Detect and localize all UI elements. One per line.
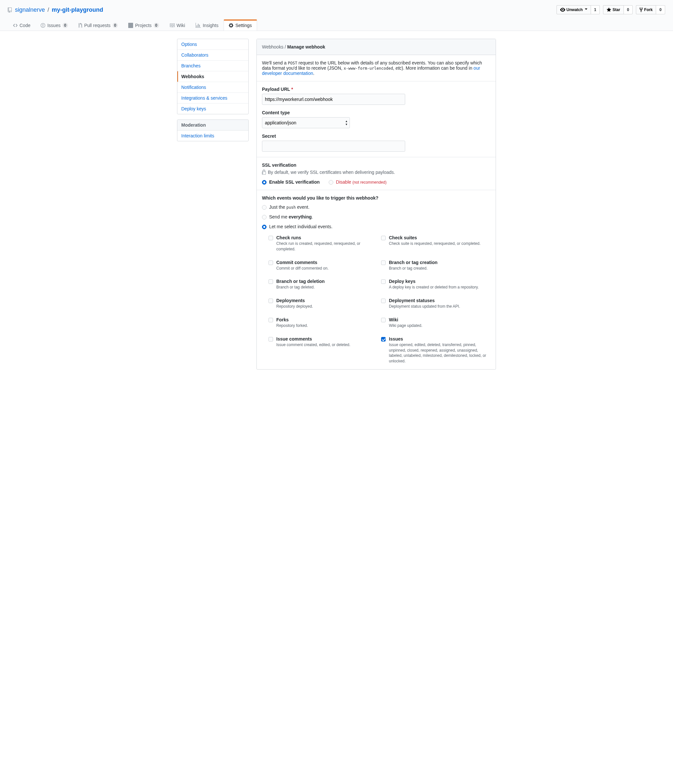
ssl-enable-option[interactable]: Enable SSL verification: [262, 179, 320, 185]
event-desc: Check suite is requested, rerequested, o…: [389, 241, 480, 246]
event-item[interactable]: Deployment statusesDeployment status upd…: [381, 298, 490, 309]
event-checkbox[interactable]: [269, 299, 273, 303]
payload-url-input[interactable]: [262, 94, 405, 105]
event-checkbox[interactable]: [381, 299, 385, 303]
event-title: Deployment statuses: [389, 298, 460, 303]
sidebar-item-notifications[interactable]: Notifications: [177, 82, 248, 93]
event-item[interactable]: Check runsCheck run is created, requeste…: [269, 235, 378, 252]
content-type-select[interactable]: application/json: [262, 117, 350, 128]
fork-label: Fork: [644, 6, 653, 13]
pulls-count: 0: [113, 23, 118, 28]
sidebar-item-deploy-keys[interactable]: Deploy keys: [177, 104, 248, 114]
ssl-note-text: By default, we verify SSL certificates w…: [268, 170, 395, 175]
moderation-menu: Moderation Interaction limits: [177, 120, 249, 141]
event-checkbox[interactable]: [381, 318, 385, 322]
events-push-radio[interactable]: [262, 205, 267, 210]
events-everything-label: Send me everything.: [269, 214, 313, 219]
event-checkbox[interactable]: [269, 279, 273, 284]
breadcrumb-current: Manage webhook: [288, 44, 325, 50]
tab-projects[interactable]: Projects 0: [123, 20, 164, 31]
event-item[interactable]: Branch or tag creationBranch or tag crea…: [381, 260, 490, 271]
tab-insights[interactable]: Insights: [190, 20, 224, 31]
sidebar-item-branches[interactable]: Branches: [177, 61, 248, 71]
event-item[interactable]: Deploy keysA deploy key is created or de…: [381, 279, 490, 290]
star-label: Star: [612, 6, 620, 13]
sidebar-item-integrations[interactable]: Integrations & services: [177, 93, 248, 104]
event-title: Check runs: [276, 235, 378, 240]
fork-count[interactable]: 0: [656, 5, 665, 14]
tab-wiki[interactable]: Wiki: [164, 20, 190, 31]
ssl-disable-radio[interactable]: [329, 180, 333, 185]
event-item[interactable]: ForksRepository forked.: [269, 317, 378, 328]
ssl-enable-radio[interactable]: [262, 180, 267, 185]
tab-settings[interactable]: Settings: [224, 20, 257, 31]
pull-request-icon: [78, 23, 82, 28]
settings-sidebar: Options Collaborators Branches Webhooks …: [177, 39, 249, 370]
event-item[interactable]: IssuesIssue opened, edited, deleted, tra…: [381, 336, 490, 364]
repo-name-link[interactable]: my-git-playground: [52, 6, 103, 13]
star-button[interactable]: Star: [603, 5, 623, 14]
events-individual-radio[interactable]: [262, 225, 267, 229]
repo-title: signalnerve / my-git-playground: [8, 6, 103, 13]
pagehead: signalnerve / my-git-playground Unwatch …: [0, 0, 673, 31]
sidebar-item-interaction-limits[interactable]: Interaction limits: [177, 131, 248, 141]
event-checkbox[interactable]: [269, 236, 273, 240]
event-title: Check suites: [389, 235, 480, 240]
sidebar-item-webhooks[interactable]: Webhooks: [177, 71, 248, 82]
tab-pulls[interactable]: Pull requests 0: [73, 20, 123, 31]
events-option-push[interactable]: Just the push event.: [262, 204, 490, 210]
event-title: Wiki: [389, 317, 423, 322]
event-desc: Issue comment created, edited, or delete…: [276, 342, 350, 348]
event-title: Issue comments: [276, 336, 350, 342]
event-title: Issues: [389, 336, 490, 342]
ssl-disable-option[interactable]: Disable (not recommended): [329, 179, 386, 185]
event-checkbox[interactable]: [381, 236, 385, 240]
event-item[interactable]: Check suitesCheck suite is requested, re…: [381, 235, 490, 252]
moderation-heading: Moderation: [177, 120, 248, 131]
required-star: *: [291, 87, 293, 92]
eye-icon: [560, 7, 565, 12]
breadcrumb: Webhooks / Manage webhook: [262, 44, 490, 50]
event-item[interactable]: Branch or tag deletionBranch or tag dele…: [269, 279, 378, 290]
issue-icon: [41, 23, 45, 28]
event-item[interactable]: WikiWiki page updated.: [381, 317, 490, 328]
gear-icon: [229, 23, 233, 28]
sidebar-item-collaborators[interactable]: Collaborators: [177, 50, 248, 61]
secret-input[interactable]: [262, 141, 405, 152]
event-item[interactable]: Commit commentsCommit or diff commented …: [269, 260, 378, 271]
events-option-everything[interactable]: Send me everything.: [262, 214, 490, 219]
sidebar-item-options[interactable]: Options: [177, 39, 248, 50]
tab-issues[interactable]: Issues 0: [36, 20, 73, 31]
repo-owner-link[interactable]: signalnerve: [15, 6, 45, 13]
tab-pulls-label: Pull requests: [84, 23, 110, 28]
event-desc: Deployment status updated from the API.: [389, 304, 460, 309]
repo-actions: Unwatch 1 Star 0 Fork 0: [556, 5, 665, 14]
events-individual-label: Let me select individual events.: [269, 224, 333, 229]
watch-count[interactable]: 1: [591, 5, 600, 14]
event-item[interactable]: DeploymentsRepository deployed.: [269, 298, 378, 309]
events-option-individual[interactable]: Let me select individual events.: [262, 224, 490, 229]
repo-nav: Code Issues 0 Pull requests 0 Projects 0…: [8, 20, 665, 31]
breadcrumb-parent: Webhooks: [262, 44, 283, 50]
event-item[interactable]: Issue commentsIssue comment created, edi…: [269, 336, 378, 364]
tab-code[interactable]: Code: [8, 20, 36, 31]
star-count[interactable]: 0: [624, 5, 633, 14]
event-desc: Branch or tag deleted.: [276, 285, 325, 290]
event-checkbox[interactable]: [269, 318, 273, 322]
event-checkbox[interactable]: [381, 279, 385, 284]
event-checkbox[interactable]: [381, 337, 385, 342]
box-header: Webhooks / Manage webhook: [257, 39, 496, 55]
event-title: Forks: [276, 317, 308, 322]
ssl-disable-label: Disable: [336, 179, 351, 185]
fork-button[interactable]: Fork: [636, 5, 656, 14]
event-checkbox[interactable]: [269, 260, 273, 265]
event-title: Deploy keys: [389, 279, 479, 284]
code-icon: [13, 23, 17, 28]
events-push-label: Just the push event.: [269, 204, 309, 210]
event-checkbox[interactable]: [381, 260, 385, 265]
event-checkbox[interactable]: [269, 337, 273, 342]
event-desc: Check run is created, requested, rereque…: [276, 241, 378, 252]
events-everything-radio[interactable]: [262, 215, 267, 219]
unwatch-button[interactable]: Unwatch: [556, 5, 591, 14]
graph-icon: [196, 23, 201, 28]
